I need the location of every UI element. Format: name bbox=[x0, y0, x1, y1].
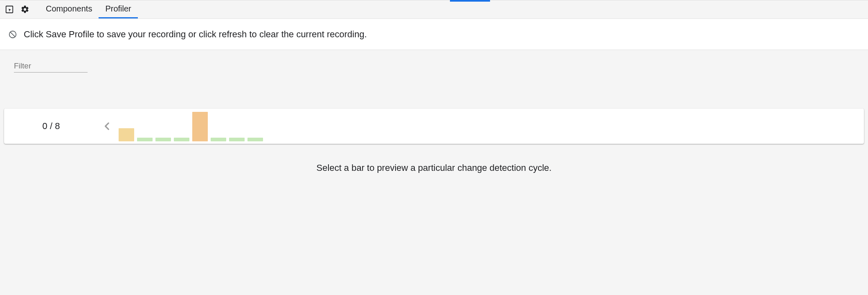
chart-bars bbox=[116, 109, 267, 144]
no-symbol-icon bbox=[8, 30, 17, 39]
top-accent bbox=[450, 0, 490, 2]
filter-input[interactable] bbox=[14, 60, 88, 73]
chart-bar[interactable] bbox=[174, 138, 189, 141]
tabs: Components Profiler bbox=[39, 0, 138, 18]
chart-prev-button[interactable] bbox=[98, 109, 116, 144]
hint-text: Select a bar to preview a particular cha… bbox=[317, 163, 552, 173]
tab-profiler-label: Profiler bbox=[105, 4, 131, 14]
message-strip: Click Save Profile to save your recordin… bbox=[0, 19, 868, 50]
svg-line-2 bbox=[10, 32, 15, 37]
chart-bar[interactable] bbox=[229, 138, 245, 141]
chart-bar[interactable] bbox=[247, 138, 263, 141]
inspect-icon[interactable] bbox=[5, 5, 14, 14]
chart-bar[interactable] bbox=[119, 128, 134, 141]
tab-components-label: Components bbox=[46, 4, 92, 14]
gear-icon[interactable] bbox=[20, 5, 29, 14]
chart-bar[interactable] bbox=[192, 112, 208, 141]
chart-bar[interactable] bbox=[137, 138, 153, 141]
chart-card: 0 / 8 bbox=[4, 109, 864, 144]
chart-count: 0 / 8 bbox=[4, 109, 98, 144]
message-text: Click Save Profile to save your recordin… bbox=[24, 29, 367, 40]
top-toolbar: Components Profiler bbox=[0, 0, 868, 19]
tab-components[interactable]: Components bbox=[39, 0, 99, 18]
filter-area bbox=[0, 50, 868, 73]
chart-bar[interactable] bbox=[211, 138, 226, 141]
tab-profiler[interactable]: Profiler bbox=[99, 0, 137, 18]
chart-bar[interactable] bbox=[155, 138, 171, 141]
hint-area: Select a bar to preview a particular cha… bbox=[0, 163, 868, 173]
